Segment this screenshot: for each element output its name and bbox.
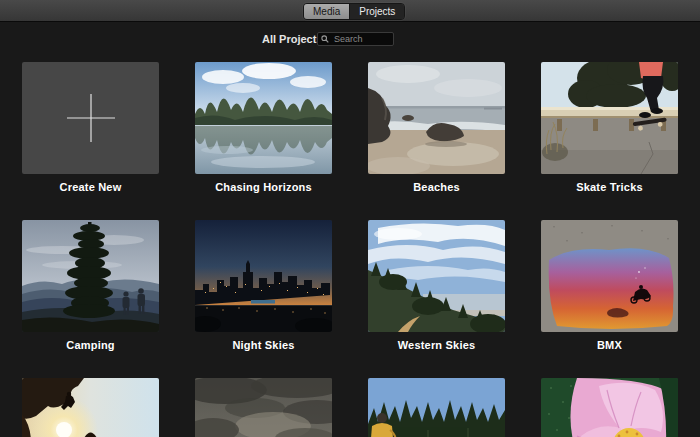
overcast-beach-image	[368, 62, 505, 174]
project-tile-chasing-horizons[interactable]: Chasing Horizons	[195, 62, 332, 194]
toolbar: Media Projects	[0, 0, 700, 22]
rock-climber-sunset-image	[22, 378, 159, 437]
tab-media[interactable]: Media	[304, 4, 349, 19]
projects-grid: Create New	[0, 62, 700, 437]
storm-clouds-image	[195, 378, 332, 437]
beaches-thumbnail[interactable]	[368, 62, 505, 174]
project-tile-create-new[interactable]: Create New	[22, 62, 159, 194]
pink-flower-thumbnail[interactable]	[541, 378, 678, 437]
western-skies-thumbnail[interactable]	[368, 220, 505, 332]
pine-tree-dusk-image	[22, 220, 159, 332]
project-tile-row3-1[interactable]	[22, 378, 159, 437]
tile-label: BMX	[541, 339, 678, 352]
create-new-thumbnail[interactable]	[22, 62, 159, 174]
project-tile-western-skies[interactable]: Western Skies	[368, 220, 505, 352]
filter-bar: All Projects	[0, 22, 700, 62]
project-tile-row3-4[interactable]	[541, 378, 678, 437]
tile-label: Chasing Horizons	[195, 181, 332, 194]
all-projects-dropdown-label: All Projects	[262, 33, 323, 45]
clouds-hillside-image	[368, 220, 505, 332]
project-tile-bmx[interactable]: BMX	[541, 220, 678, 352]
tile-label: Camping	[22, 339, 159, 352]
tile-label: Create New	[22, 181, 159, 194]
project-tile-night-skies[interactable]: Night Skies	[195, 220, 332, 352]
evergreen-treeline-image	[368, 378, 505, 437]
evergreen-treeline-thumbnail[interactable]	[368, 378, 505, 437]
tile-label: Beaches	[368, 181, 505, 194]
search-field[interactable]	[317, 32, 394, 46]
karst-mountains-lake-image	[195, 62, 332, 174]
imovie-projects-window: Media Projects All Projects	[0, 0, 700, 437]
skate-tricks-thumbnail[interactable]	[541, 62, 678, 174]
rock-climber-thumbnail[interactable]	[22, 378, 159, 437]
tile-label: Night Skies	[195, 339, 332, 352]
project-tile-camping[interactable]: Camping	[22, 220, 159, 352]
bmx-thumbnail[interactable]	[541, 220, 678, 332]
tile-label: Skate Tricks	[541, 181, 678, 194]
skateboarder-image	[541, 62, 678, 174]
plus-icon	[22, 62, 159, 174]
project-tile-skate-tricks[interactable]: Skate Tricks	[541, 62, 678, 194]
project-tile-row3-3[interactable]	[368, 378, 505, 437]
night-skies-thumbnail[interactable]	[195, 220, 332, 332]
camping-thumbnail[interactable]	[22, 220, 159, 332]
project-tile-beaches[interactable]: Beaches	[368, 62, 505, 194]
tile-label: Western Skies	[368, 339, 505, 352]
chasing-horizons-thumbnail[interactable]	[195, 62, 332, 174]
tab-projects[interactable]: Projects	[349, 4, 404, 19]
storm-clouds-thumbnail[interactable]	[195, 378, 332, 437]
rainbow-pavement-image	[541, 220, 678, 332]
search-input[interactable]	[332, 33, 390, 45]
search-icon	[321, 35, 329, 43]
pink-flower-image	[541, 378, 678, 437]
media-projects-segmented-control: Media Projects	[303, 3, 405, 20]
city-skyline-night-image	[195, 220, 332, 332]
project-tile-row3-2[interactable]	[195, 378, 332, 437]
